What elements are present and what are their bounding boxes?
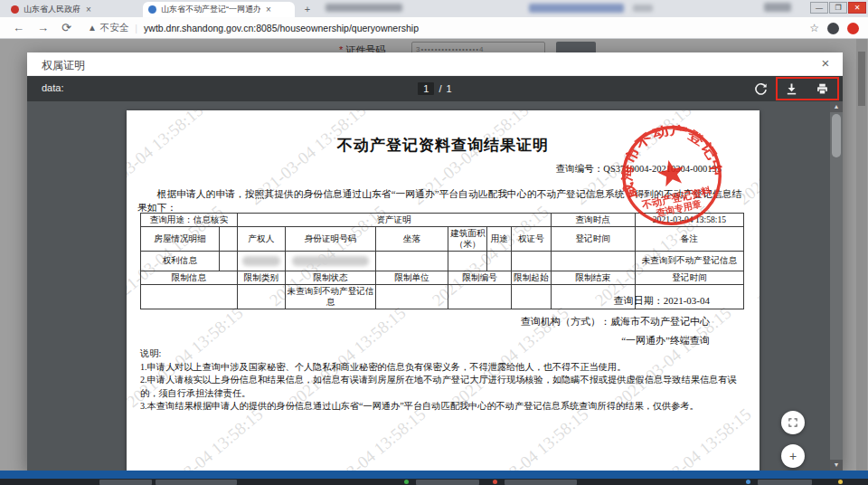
modal-header: 权属证明 × — [27, 52, 843, 76]
taskbar-item[interactable] — [156, 480, 237, 485]
screen: 山东省人民政府 × 山东省不动产登记“一网通办”便 × + — ❐ ✕ ← → … — [0, 0, 868, 485]
taskbar-item[interactable] — [758, 480, 812, 485]
tab1-close-icon[interactable]: × — [86, 5, 91, 14]
bookmark-star-icon[interactable]: ☆ — [809, 22, 819, 34]
browser-toolbar: ← → ⟳ ▲ 不安全 | ywtb.dnr.shandong.gov.cn:8… — [0, 17, 868, 39]
tab2-title: 山东省不动产登记“一网通办”便 — [161, 4, 260, 15]
timestamp-watermark: 2021-03-04 13:58:15 — [306, 404, 429, 471]
rights-remark-cell: 未查询到不动产登记信息 — [635, 251, 743, 271]
taskbar-item[interactable] — [505, 480, 577, 485]
official-seal: 威海市不动产登记中心 不动产登记资料 查询专用章 — [609, 113, 734, 238]
forward-icon[interactable]: → — [37, 21, 49, 34]
pdf-page-indicator: 1 / 1 — [27, 76, 843, 101]
timestamp-watermark: 2021-03-04 13:58:15 — [754, 202, 760, 310]
chrome-update-icon[interactable] — [847, 23, 859, 34]
query-purpose-cell: 查询用途：信息核实 — [141, 214, 238, 227]
header-cell: 登记时间 — [551, 227, 635, 252]
back-icon[interactable]: ← — [13, 21, 24, 34]
note-line: 3.本查询结果根据申请人的提供的身份信息通过山东省“一网通办”平台自动匹配我中心… — [140, 400, 749, 414]
blurred-window-text — [529, 4, 624, 13]
pdf-toolbar: data: 1 / 1 — [27, 76, 843, 101]
pdf-refresh-button[interactable] — [752, 81, 769, 97]
redacted-id-number — [292, 256, 369, 266]
pdf-scrollbar[interactable]: ▲ ▼ — [830, 101, 843, 471]
tab2-favicon-icon — [148, 5, 156, 14]
timestamp-watermark: 2021-03-04 13:58:15 — [143, 404, 267, 471]
tab-shandong-gov[interactable]: 山东省人民政府 × — [5, 2, 139, 17]
window-close-button[interactable]: ✕ — [848, 2, 866, 14]
query-time-label-cell: 查询时点 — [551, 214, 635, 227]
zoom-in-button[interactable]: + — [781, 444, 805, 468]
notes-title: 说明: — [140, 347, 749, 361]
windows-taskbar — [0, 479, 868, 485]
timestamp-watermark: 2021-03-04 13:58:15 — [468, 404, 592, 471]
note-line: 2.申请人请核实以上身份信息和结果信息，如信息有误请到房屋所在地不动产登记大厅进… — [140, 374, 749, 400]
header-cell: 产权人 — [237, 227, 285, 252]
header-cell: 身份证明号码 — [286, 227, 376, 252]
chip-separator: | — [135, 23, 137, 33]
fit-page-icon — [788, 417, 798, 428]
pdf-viewer-area: 2021-03-04 13:58:152021-03-04 13:58:1520… — [27, 101, 843, 471]
window-minimize-button[interactable]: — — [810, 2, 828, 14]
header-cell — [219, 227, 237, 252]
header-cell: 坐落 — [376, 227, 448, 252]
rights-label-cell: 权利信息 — [141, 251, 220, 271]
pdf-page-input[interactable]: 1 — [418, 82, 434, 95]
blurred-window-text — [326, 4, 402, 12]
query-terminal: “一网通办”终端查询 — [621, 334, 710, 347]
new-tab-button[interactable]: + — [300, 3, 315, 15]
window-maximize-button[interactable]: ❐ — [829, 2, 847, 14]
query-org: 查询机构（方式）：威海市不动产登记中心 — [521, 315, 710, 328]
header-cell: 限制类别 — [237, 271, 285, 284]
profile-avatar-icon[interactable] — [827, 23, 839, 34]
restriction-result-cell: 未查询到不动产登记信息 — [286, 284, 376, 309]
restriction-header-row: 限制信息 限制类别 限制状态 限制单位 限制编号 限制起始 限制结束 登记时间 — [141, 271, 744, 284]
tab1-title: 山东省人民政府 — [24, 4, 80, 15]
rights-info-row: 权利信息 未查询到不动产登记信息 — [141, 251, 744, 271]
security-chip[interactable]: ▲ 不安全 | — [88, 22, 144, 34]
header-cell: 限制状态 — [286, 271, 376, 284]
browser-tab-strip: 山东省人民政府 × 山东省不动产登记“一网通办”便 × + — ❐ ✕ — [0, 0, 868, 17]
redacted-owner-name — [242, 256, 279, 266]
taskbar-item[interactable] — [416, 480, 479, 485]
seal-icon: 威海市不动产登记中心 不动产登记资料 查询专用章 — [609, 113, 734, 238]
pdf-print-button[interactable] — [814, 81, 830, 97]
ownership-certificate-modal: 权属证明 × data: 1 / 1 — [27, 52, 843, 471]
fit-page-button[interactable] — [781, 411, 805, 434]
asset-proof-cell: 资产证明 — [237, 214, 551, 227]
header-cell: 权证号 — [512, 227, 551, 252]
taskbar-app-icon[interactable] — [838, 480, 843, 484]
security-label: 不安全 — [100, 22, 129, 34]
header-cell: 建筑面积（米） — [448, 227, 487, 252]
tab2-close-icon[interactable]: × — [266, 5, 271, 14]
modal-close-icon[interactable]: × — [817, 55, 834, 71]
print-icon — [816, 82, 829, 96]
reload-icon[interactable]: ⟳ — [61, 21, 71, 34]
taskbar-app-icon[interactable] — [493, 480, 497, 484]
taskbar-item[interactable] — [99, 480, 152, 485]
header-cell: 限制结束 — [551, 271, 635, 284]
modal-title: 权属证明 — [42, 58, 85, 73]
header-cell: 限制起始 — [512, 271, 551, 284]
address-url[interactable]: ywtb.dnr.shandong.gov.cn:8085/houseowner… — [144, 23, 419, 33]
blurred-window-text — [764, 3, 791, 12]
note-line: 1.申请人对以上查询中涉及国家秘密、个人隐私和商业秘密的信息负有保密义务，不得泄… — [140, 361, 749, 375]
taskbar-app-icon[interactable] — [404, 480, 409, 484]
pdf-page-separator: / — [439, 83, 441, 94]
scroll-down-icon[interactable]: ▼ — [830, 460, 843, 471]
download-icon — [785, 82, 798, 96]
certificate-document: 2021-03-04 13:58:152021-03-04 13:58:1520… — [127, 110, 760, 471]
tab-realestate-portal[interactable]: 山东省不动产登记“一网通办”便 × — [143, 2, 295, 17]
header-cell: 登记时间 — [635, 271, 743, 284]
header-cell: 房屋情况明细 — [141, 227, 220, 252]
scrollbar-thumb[interactable] — [832, 114, 841, 157]
pdf-page-total: 1 — [447, 83, 452, 94]
blurred-window-text — [633, 5, 653, 12]
not-secure-warning-icon: ▲ — [88, 23, 97, 33]
refresh-icon — [754, 82, 768, 96]
query-date: 查询日期：2021-03-04 — [614, 294, 710, 308]
pdf-download-button[interactable] — [783, 81, 799, 97]
window-controls: — ❐ ✕ — [809, 2, 866, 14]
scroll-up-icon[interactable]: ▲ — [830, 101, 843, 112]
taskbar-app-icon[interactable] — [746, 480, 750, 484]
